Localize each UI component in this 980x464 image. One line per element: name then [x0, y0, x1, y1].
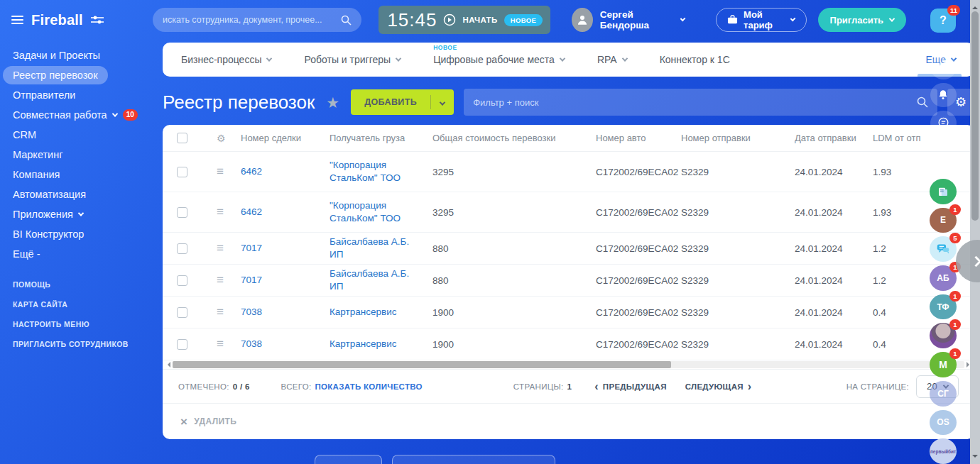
sidebar-item-more[interactable]: Ещё -	[13, 248, 153, 259]
tab-business-processes[interactable]: Бизнес-процессы	[181, 54, 271, 65]
user-avatar[interactable]	[572, 8, 592, 32]
sidebar-item-transport-registry[interactable]: Реестр перевозок	[13, 70, 153, 80]
global-search[interactable]	[153, 8, 361, 32]
row-menu-icon[interactable]: ≡	[217, 337, 241, 351]
tab-1c-connector[interactable]: Коннектор к 1С	[660, 54, 730, 65]
table-row[interactable]: ≡ 6462 "Корпорация СтальКом" ТОО 3295 C1…	[163, 192, 974, 233]
select-all-checkbox[interactable]	[177, 133, 187, 143]
next-page-button[interactable]: СЛЕДУЮЩАЯ ›	[685, 381, 752, 392]
row-menu-icon[interactable]: ≡	[217, 165, 241, 179]
avatar[interactable]: АБ 1	[930, 265, 957, 291]
my-tariff-button[interactable]: Мой тариф	[716, 8, 807, 32]
sliders-icon[interactable]	[91, 15, 104, 25]
recipient-link[interactable]: "Корпорация СтальКом" ТОО	[330, 159, 432, 184]
sidebar-invite-employees-link[interactable]: ПРИГЛАСИТЬ СОТРУДНИКОВ	[13, 340, 153, 348]
row-checkbox[interactable]	[177, 339, 187, 350]
recipient-link[interactable]: Байсалбаева А.Б. ИП	[330, 267, 432, 293]
sidebar-item-apps[interactable]: Приложения	[13, 209, 153, 219]
column-header-deal[interactable]: Номер сделки	[241, 133, 330, 143]
notifications-bell-icon[interactable]	[930, 83, 957, 108]
row-menu-icon[interactable]: ≡	[217, 205, 241, 219]
deal-link[interactable]: 6462	[241, 206, 330, 219]
search-icon[interactable]	[341, 15, 352, 26]
filter-search-input[interactable]	[473, 97, 917, 108]
favorite-star-icon[interactable]: ★	[326, 94, 339, 111]
column-header-recipient[interactable]: Получатель груза	[330, 133, 432, 143]
recipient-link[interactable]: Картрансервис	[330, 338, 432, 350]
tab-robots-triggers[interactable]: Роботы и триггеры	[304, 54, 401, 65]
deal-link[interactable]: 7017	[241, 242, 330, 255]
bottom-partial-button[interactable]	[392, 455, 555, 464]
row-checkbox[interactable]	[177, 207, 187, 218]
row-menu-icon[interactable]: ≡	[217, 273, 241, 287]
recipient-link[interactable]: "Корпорация СтальКом" ТОО	[330, 199, 432, 225]
sidebar-item-automation[interactable]: Автоматизация	[13, 189, 153, 199]
avatar[interactable]: ТФ 1	[930, 294, 957, 320]
table-row[interactable]: ≡ 7017 Байсалбаева А.Б. ИП 880 C172002/6…	[163, 265, 974, 297]
scroll-down-arrow-icon[interactable]	[972, 455, 978, 460]
column-header-date[interactable]: Дата отправки	[795, 133, 873, 143]
user-menu[interactable]: Сергей Бендорша	[572, 8, 685, 32]
scroll-left-arrow-icon[interactable]	[165, 362, 170, 368]
add-button[interactable]: ДОБАВИТЬ	[351, 89, 454, 115]
previous-page-button[interactable]: ‹ ПРЕДЫДУЩАЯ	[594, 381, 666, 392]
column-header-shipment[interactable]: Номер отправки	[681, 133, 795, 143]
deal-link[interactable]: 6462	[241, 165, 330, 178]
messenger-icon[interactable]: 5	[930, 236, 957, 262]
table-row[interactable]: ≡ 7038 Картрансервис 1900 C172002/69ECA0…	[163, 297, 974, 328]
add-button-label[interactable]: ДОБАВИТЬ	[351, 97, 430, 107]
row-checkbox[interactable]	[177, 167, 187, 177]
sidebar-configure-menu-link[interactable]: НАСТРОИТЬ МЕНЮ	[13, 320, 153, 328]
sidebar-sitemap-link[interactable]: КАРТА САЙТА	[13, 300, 153, 309]
column-header-cost[interactable]: Общая стоимость перевозки	[432, 133, 596, 143]
sidebar-item-marketing[interactable]: Маркетинг	[13, 149, 153, 160]
play-icon[interactable]	[443, 13, 456, 26]
horizontal-scroll-thumb[interactable]	[173, 361, 671, 368]
avatar[interactable]: E 1	[930, 208, 957, 233]
add-dropdown-button[interactable]	[431, 96, 454, 109]
tab-digital-workplaces[interactable]: НОВОЕ Цифровые рабочие места	[433, 54, 565, 65]
avatar-logo[interactable]: первыйбит	[930, 438, 957, 464]
scroll-up-arrow-icon[interactable]	[972, 4, 978, 9]
global-search-input[interactable]	[163, 15, 341, 25]
column-header-vehicle[interactable]: Номер авто	[596, 133, 681, 143]
start-workday-button[interactable]: НАЧАТЬ	[462, 16, 497, 24]
sidebar-item-collaboration[interactable]: Совместная работа 10	[13, 109, 153, 120]
sidebar-item-crm[interactable]: CRM	[13, 129, 153, 140]
vertical-scrollbar[interactable]	[970, 0, 980, 464]
help-button[interactable]: ? 11	[930, 9, 956, 33]
planner-app-icon[interactable]	[930, 179, 957, 204]
invite-button[interactable]: Пригласить	[818, 8, 906, 32]
vertical-scroll-thumb[interactable]	[971, 11, 979, 221]
row-checkbox[interactable]	[177, 243, 187, 254]
row-menu-icon[interactable]: ≡	[217, 241, 241, 255]
avatar[interactable]: СГ	[930, 381, 957, 407]
avatar[interactable]: OS	[930, 410, 957, 436]
tab-rpa[interactable]: RPA	[597, 54, 627, 65]
horizontal-scroll-track[interactable]	[173, 361, 964, 368]
row-checkbox[interactable]	[177, 307, 187, 318]
avatar-photo[interactable]: 1	[930, 323, 957, 348]
sidebar-help-link[interactable]: ПОМОЩЬ	[13, 280, 153, 289]
deal-link[interactable]: 7017	[241, 274, 330, 287]
deal-link[interactable]: 7038	[241, 338, 330, 350]
recipient-link[interactable]: Картрансервис	[330, 306, 432, 319]
horizontal-scrollbar[interactable]	[163, 360, 974, 370]
chat-icon[interactable]	[930, 111, 957, 136]
show-count-link[interactable]: ПОКАЗАТЬ КОЛИЧЕСТВО	[315, 382, 422, 391]
time-tracker-widget[interactable]: 15:45 НАЧАТЬ НОВОЕ	[379, 6, 550, 34]
row-checkbox[interactable]	[177, 275, 187, 286]
delete-button[interactable]: УДАЛИТЬ	[194, 416, 236, 426]
sidebar-item-senders[interactable]: Отправители	[13, 89, 153, 100]
sidebar-item-company[interactable]: Компания	[13, 169, 153, 179]
bottom-partial-button[interactable]	[315, 455, 382, 464]
row-menu-icon[interactable]: ≡	[217, 305, 241, 319]
rail-search-icon[interactable]	[930, 150, 957, 175]
filter-search-bar[interactable]	[464, 89, 937, 116]
sidebar-item-tasks[interactable]: Задачи и Проекты	[13, 50, 153, 60]
hamburger-menu-icon[interactable]	[11, 16, 23, 24]
table-row[interactable]: ≡ 7038 Картрансервис 1900 C172002/69ECA0…	[163, 328, 974, 360]
deal-link[interactable]: 7038	[241, 306, 330, 319]
columns-gear-icon[interactable]: ⚙	[217, 133, 241, 144]
recipient-link[interactable]: Байсалбаева А.Б. ИП	[330, 236, 432, 261]
